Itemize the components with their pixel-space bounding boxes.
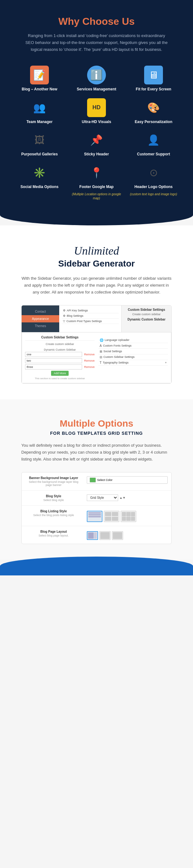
thumb-line-2 — [88, 514, 101, 516]
footer-wave — [0, 557, 193, 576]
sidebar-input-2[interactable] — [25, 358, 82, 363]
feature-team-label: Team Manager — [26, 120, 52, 125]
blog-icon: 📝 — [30, 66, 49, 85]
add-more-button[interactable]: Add More — [51, 371, 68, 376]
sidebar-input-3[interactable] — [25, 365, 82, 370]
listing-style-options — [87, 511, 168, 522]
mockup-header-row: Contact Appearance Themes ⚙ API Key Sett… — [22, 305, 171, 332]
layout-main-col-2 — [100, 532, 110, 539]
select-color-button[interactable]: Select Color — [87, 476, 168, 484]
remove-link-3[interactable]: Remove — [84, 365, 94, 369]
sidebar-section: Unlimited Sidebar Generator With the Sid… — [0, 225, 193, 399]
feature-support: 👤 Customer Support — [126, 131, 181, 157]
feature-social: ✳️ Social Media Options — [12, 163, 67, 200]
settings-create-label: Create custom sidebar — [25, 342, 94, 346]
fonts-icon: A — [100, 344, 102, 347]
social-settings-icon: ⊞ — [100, 350, 102, 353]
options-section: Multiple Options FOR BLOG TEMPLATES GRID… — [0, 399, 193, 560]
options-subtitle: FOR BLOG TEMPLATES GRID SETTING — [12, 431, 181, 436]
mockup-nav-appearance[interactable]: Appearance — [22, 315, 59, 322]
help-text: This section is used to create custom si… — [25, 377, 94, 380]
why-title: Why Choose Us — [12, 16, 181, 27]
services-icon: ℹ️ — [87, 66, 106, 85]
feature-social-label: Social Media Options — [21, 185, 58, 190]
blog-style-select[interactable]: Grid Style List Style — [87, 494, 118, 501]
select-color-label: Select Color — [97, 478, 113, 482]
mockup-nav-themes[interactable]: Themes — [22, 322, 59, 330]
options-title: Multiple Options — [12, 418, 181, 429]
input-row-1: Remove — [25, 352, 94, 357]
easy-icon: 🎨 — [144, 98, 163, 117]
feature-galleries: 🖼 Purposeful Galleries — [12, 131, 67, 157]
sidebar-input-1[interactable] — [25, 352, 82, 357]
layout-thumb-1[interactable] — [87, 531, 98, 540]
thumb-cell-5 — [122, 512, 126, 517]
remove-link-1[interactable]: Remove — [84, 353, 94, 356]
thumb-cell-7 — [131, 512, 135, 517]
feature-blog-label: Blog – Another New — [22, 87, 57, 92]
blog-field-listing: Blog Listing Style Select the blog posts… — [22, 506, 171, 526]
banner-field-label: Banner Background Image Layer — [25, 476, 82, 480]
header-logo-icon: ⊙ — [144, 163, 163, 182]
input-row-3: Remove — [25, 365, 94, 370]
sidebar-title: Sidebar Generator — [12, 259, 181, 269]
mockup-menu-blog: ⚙ Blog Settings — [62, 313, 119, 319]
api-icon: ⚙ — [63, 309, 66, 312]
thumb-cell-10 — [131, 517, 135, 521]
mockup-nav: Contact Appearance Themes — [22, 305, 59, 332]
feature-header-logo-label: Header Logo Options — [134, 185, 172, 190]
feature-fit-label: Fit for Every Screen — [136, 87, 171, 92]
mockup-menu-api: ⚙ API Key Settings — [62, 308, 119, 313]
layout-style-options — [87, 531, 168, 540]
feature-easy: 🎨 Easy Personalization — [126, 98, 181, 125]
layout-thumb-3[interactable] — [112, 531, 123, 540]
listing-thumb-1[interactable] — [87, 511, 103, 522]
input-row-2: Remove — [25, 358, 94, 363]
layout-side-col-1 — [94, 532, 97, 539]
layout-main-col-3 — [113, 532, 122, 539]
blog-listing-sub: Select the blog posts listing style — [25, 514, 82, 517]
remove-link-2[interactable]: Remove — [84, 359, 94, 362]
sidebar-ui-mockup: Contact Appearance Themes ⚙ API Key Sett… — [21, 305, 172, 383]
title-suffix: Us — [119, 16, 135, 27]
feature-footer-map: 📍 Footer Google Map (Multiple Location o… — [70, 163, 123, 200]
mockup-center-menu: ⚙ API Key Settings ⚙ Blog Settings ▽ Cus… — [59, 305, 121, 332]
options-description: You will definitely need a blog for dire… — [21, 442, 172, 463]
feature-services-label: Services Management — [77, 87, 116, 92]
sticky-icon: 📌 — [87, 131, 106, 149]
listing-thumb-2[interactable] — [104, 511, 119, 522]
social-icon: ✳️ — [30, 163, 49, 182]
feature-services: ℹ️ Services Management — [70, 66, 123, 92]
blog-field-style: Blog Style Select blog style Grid Style … — [22, 491, 171, 506]
blog-style-label: Blog Style — [25, 494, 82, 498]
footer-map-icon: 📍 — [87, 163, 106, 182]
mockup-menu-custom-post: ▽ Custom Post Types Settings — [62, 319, 119, 324]
settings-title: Custom Sidebar Settings — [25, 336, 94, 341]
thumb-cell-9 — [126, 517, 130, 521]
team-icon: 👥 — [30, 98, 49, 117]
blog-field-layout: Blog Page Layout Select blog page layout… — [22, 526, 171, 544]
thumb-cell-8 — [122, 517, 126, 521]
sidebar-description: With the Sidebar Generator, you can gene… — [21, 275, 172, 296]
layout-thumb-2[interactable] — [99, 531, 111, 540]
language-icon: 🌐 — [100, 338, 104, 342]
blog-layout-label: Blog Page Layout — [25, 530, 82, 533]
feature-support-label: Customer Support — [137, 152, 170, 157]
mockup-panel-title: Custom Sidebar Settings — [124, 308, 169, 311]
feature-team: 👥 Team Manager — [12, 98, 67, 125]
sidebar-list-item-4: ⊟ Custom Sidebar Settings — [99, 354, 168, 360]
feature-sticky-label: Sticky Header — [84, 152, 109, 157]
layout-main-col-1 — [88, 532, 94, 539]
galleries-icon: 🖼 — [30, 131, 49, 149]
feature-footer-map-label: Footer Google Map — [79, 185, 113, 190]
mockup-right-panel: Custom Sidebar Settings Create custom si… — [121, 305, 171, 332]
banner-field-sub: Select the background image layer blog p… — [25, 480, 82, 487]
listing-thumb-3[interactable] — [121, 511, 136, 522]
filter-icon: ▽ — [63, 319, 65, 323]
blog-style-control: Grid Style List Style ▲▼ — [87, 494, 168, 501]
blog-listing-control — [87, 509, 168, 522]
blog-field-banner: Banner Background Image Layer Select the… — [22, 472, 171, 491]
blog-layout-sub: Select blog page layout. — [25, 534, 82, 537]
mockup-nav-contact[interactable]: Contact — [22, 308, 59, 315]
thumb-line-1 — [88, 512, 101, 514]
